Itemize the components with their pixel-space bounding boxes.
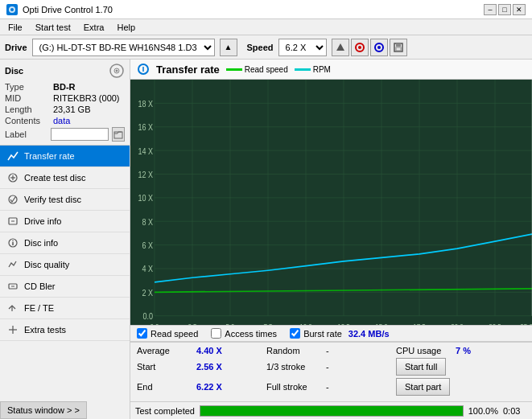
minimize-button[interactable]: – [484,4,497,15]
disc-label-row: Label [5,127,125,142]
nav-create-test-disc[interactable]: Create test disc [0,167,130,189]
svg-rect-13 [114,132,122,138]
stats-start-full-cell: Start full [396,358,526,376]
main-layout: Disc Type BD-R MID RITEKBR3 (000) Lengt [0,60,532,419]
disc-mid-key: MID [5,93,53,103]
svg-text:10.0: 10.0 [299,322,312,325]
svg-text:5.0: 5.0 [225,322,234,325]
stats-cpu: CPU usage 7 % [396,346,526,355]
close-button[interactable]: ✕ [513,4,526,15]
disc-info-icon [6,236,19,249]
cb-access-times-label: Access times [225,329,277,339]
title-bar-left: Opti Drive Control 1.70 [6,4,113,15]
status-window-button[interactable]: Status window > > [0,401,87,419]
title-controls: – □ ✕ [484,4,526,15]
disc-section: Disc Type BD-R MID RITEKBR3 (000) Lengt [0,60,130,146]
svg-point-17 [9,195,17,203]
disc-type-row: Type BD-R [5,82,125,92]
disc-mid-val: RITEKBR3 (000) [53,93,120,103]
svg-text:17.5: 17.5 [413,322,426,325]
svg-text:12 X: 12 X [138,170,153,179]
svg-point-1 [10,8,14,11]
svg-text:25.0 GB: 25.0 GB [520,322,532,325]
read-button[interactable] [351,39,369,56]
svg-marker-2 [336,43,344,51]
stats-row-3: End 6.22 X Full stroke - Start part [137,378,526,396]
nav-extra-tests[interactable]: Extra tests [0,319,130,341]
start-part-button[interactable]: Start part [396,378,450,396]
svg-text:20.0: 20.0 [451,322,464,325]
legend-read-speed: Read speed [226,65,288,74]
stats-cpu-key: CPU usage [396,346,452,355]
progress-percent: 100.0% [468,406,498,416]
nav-disc-info[interactable]: Disc info [0,232,130,254]
start-full-button[interactable]: Start full [396,358,446,376]
nav-disc-quality[interactable]: Disc quality [0,254,130,276]
stats-row-1: Average 4.40 X Random - CPU usage 7 % [137,346,526,355]
nav-drive-info[interactable]: Drive info [0,211,130,232]
right-panel: Transfer rate Read speed RPM [130,60,532,419]
nav-verify-test-disc-label: Verify test disc [24,195,81,204]
write-button[interactable] [370,39,388,56]
nav-cd-bler[interactable]: CD Bler [0,276,130,298]
menu-start-test[interactable]: Start test [31,22,76,33]
eject-button[interactable]: ▲ [220,39,237,56]
svg-text:22.5: 22.5 [489,322,501,325]
drive-label: Drive [5,43,27,52]
transfer-rate-icon [6,150,19,162]
stats-end: End 6.22 X [137,382,266,392]
fe-te-icon [6,302,19,314]
svg-text:2 X: 2 X [142,288,153,298]
label-browse-button[interactable] [112,127,125,142]
verify-test-disc-icon [6,193,19,206]
label-input[interactable] [51,128,109,141]
speed-up-button[interactable] [332,39,349,56]
speed-label: Speed [247,43,274,52]
chart-header: Transfer rate Read speed RPM [130,60,532,80]
nav-items: Transfer rate Create test disc Verify te… [0,146,130,341]
disc-quality-icon [6,258,19,271]
speed-select[interactable]: 6.2 X [278,39,327,56]
maximize-button[interactable]: □ [498,4,511,15]
stats-average: Average 4.40 X [137,346,266,355]
disc-label-key: Label [5,129,47,139]
save-button[interactable] [390,39,407,56]
nav-drive-info-label: Drive info [24,216,61,226]
stats-average-val: 4.40 X [196,346,237,355]
svg-text:18 X: 18 X [138,99,153,109]
stats-cpu-val: 7 % [456,346,496,355]
drive-select[interactable]: (G:) HL-DT-ST BD-RE WH16NS48 1.D3 [32,39,215,56]
chart-title: Transfer rate [156,64,220,76]
menu-bar: File Start test Extra Help [0,19,532,35]
cb-read-speed-input[interactable] [137,328,147,339]
chart-svg: 18 X 16 X 14 X 12 X 10 X 8 X 6 X 4 X 2 X… [130,80,532,325]
svg-text:15.0: 15.0 [375,322,388,325]
menu-extra[interactable]: Extra [79,22,109,33]
stats-one-third: 1/3 stroke - [266,362,396,372]
svg-rect-9 [396,47,401,51]
sidebar: Disc Type BD-R MID RITEKBR3 (000) Lengt [0,60,130,419]
legend-rpm: RPM [295,65,331,74]
svg-rect-30 [130,80,532,325]
menu-file[interactable]: File [3,22,27,33]
cb-access-times-input[interactable] [211,328,221,339]
cb-burst-rate-label: Burst rate [303,329,342,339]
stats-row-2: Start 2.56 X 1/3 stroke - Start full [137,358,526,376]
extra-tests-icon [6,323,19,336]
chart-area: 18 X 16 X 14 X 12 X 10 X 8 X 6 X 4 X 2 X… [130,80,532,325]
stats-start: Start 2.56 X [137,362,266,372]
nav-fe-te[interactable]: FE / TE [0,298,130,319]
disc-icon [109,63,125,79]
cb-burst-rate-input[interactable] [290,328,300,339]
nav-verify-test-disc[interactable]: Verify test disc [0,189,130,211]
app-icon [6,4,18,15]
nav-transfer-rate[interactable]: Transfer rate [0,146,130,167]
menu-help[interactable]: Help [112,22,140,33]
cb-read-speed-label: Read speed [151,329,198,339]
stats-one-third-key: 1/3 stroke [266,362,323,372]
disc-length-row: Length 23,31 GB [5,105,125,114]
disc-type-val: BD-R [53,82,76,92]
disc-contents-row: Contents data [5,116,125,125]
cd-bler-icon [6,280,19,293]
disc-length-key: Length [5,105,53,114]
